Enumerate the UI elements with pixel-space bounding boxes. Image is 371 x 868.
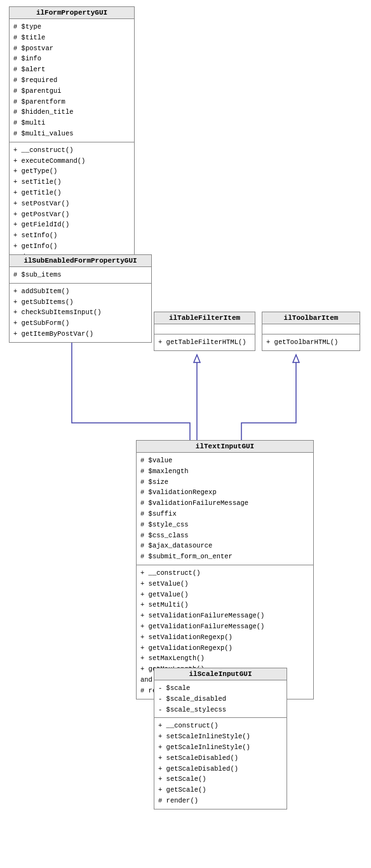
title-ilTableFilterItem: ilTableFilterItem xyxy=(154,312,255,324)
box-ilTextInputGUI: ilTextInputGUI # $value # $maxlength # $… xyxy=(136,440,314,699)
methods-ilTableFilterItem: + getTableFilterHTML() xyxy=(154,334,255,350)
fields-ilTextInputGUI: # $value # $maxlength # $size # $validat… xyxy=(137,453,313,565)
title-ilScaleInputGUI: ilScaleInputGUI xyxy=(154,668,287,680)
svg-marker-4 xyxy=(194,355,200,362)
box-ilSubEnabledFormPropertyGUI: ilSubEnabledFormPropertyGUI # $sub_items… xyxy=(9,254,152,343)
fields-ilScaleInputGUI: - $scale - $scale_disabled - $scale_styl… xyxy=(154,680,287,718)
fields-ilSubEnabledFormPropertyGUI: # $sub_items xyxy=(10,267,151,284)
title-ilToolbarItem: ilToolbarItem xyxy=(262,312,360,324)
methods-ilSubEnabledFormPropertyGUI: + addSubItem() + getSubItems() + checkSu… xyxy=(10,284,151,342)
box-ilScaleInputGUI: ilScaleInputGUI - $scale - $scale_disabl… xyxy=(154,668,287,809)
title-ilTextInputGUI: ilTextInputGUI xyxy=(137,441,313,453)
fields-ilFormPropertyGUI: # $type # $title # $postvar # $info # $a… xyxy=(10,19,134,142)
fields-ilToolbarItem xyxy=(262,324,360,334)
box-ilToolbarItem: ilToolbarItem + getToolbarHTML() xyxy=(262,312,360,351)
methods-ilScaleInputGUI: + __construct() + setScaleInlineStyle() … xyxy=(154,718,287,808)
box-ilFormPropertyGUI: ilFormPropertyGUI # $type # $title # $po… xyxy=(9,6,135,287)
diagram-container: ilFormPropertyGUI # $type # $title # $po… xyxy=(0,0,371,868)
svg-marker-5 xyxy=(293,355,299,362)
methods-ilToolbarItem: + getToolbarHTML() xyxy=(262,334,360,350)
title-ilSubEnabledFormPropertyGUI: ilSubEnabledFormPropertyGUI xyxy=(10,255,151,267)
fields-ilTableFilterItem xyxy=(154,324,255,334)
title-ilFormPropertyGUI: ilFormPropertyGUI xyxy=(10,7,134,19)
box-ilTableFilterItem: ilTableFilterItem + getTableFilterHTML() xyxy=(154,312,255,351)
